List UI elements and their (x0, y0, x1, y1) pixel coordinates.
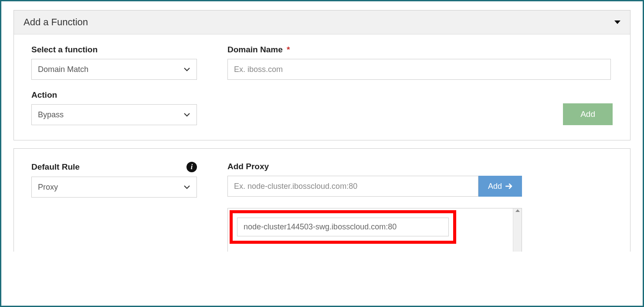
panel-header[interactable]: Add a Function (14, 10, 630, 34)
proxy-list-container: node-cluster144503-swg.ibosscloud.com:80 (31, 208, 613, 252)
collapse-caret-icon (614, 20, 620, 24)
add-function-button[interactable]: Add (563, 103, 613, 125)
default-rule-select-wrap: Proxy (31, 177, 197, 198)
add-proxy-group: Add Proxy Add (227, 162, 522, 198)
proxy-input-row: Add (227, 176, 522, 197)
domain-name-group: Domain Name * (227, 45, 613, 80)
add-proxy-button[interactable]: Add (478, 176, 522, 197)
form-row-1: Select a function Domain Match Domain Na… (31, 45, 613, 80)
proxy-entry-highlight: node-cluster144503-swg.ibosscloud.com:80 (230, 210, 456, 244)
proxy-input[interactable] (227, 176, 478, 197)
select-function-input[interactable]: Domain Match (31, 59, 197, 80)
scrollbar[interactable] (513, 208, 522, 252)
proxy-list-item[interactable]: node-cluster144503-swg.ibosscloud.com:80 (237, 218, 449, 236)
domain-name-label: Domain Name * (227, 45, 613, 55)
scrollbar-up-icon (515, 209, 520, 212)
add-button-container: Add (227, 103, 613, 125)
action-select-wrap: Bypass (31, 104, 197, 125)
action-label: Action (31, 90, 197, 100)
add-function-panel: Add a Function Select a function Domain … (14, 10, 630, 140)
proxy-panel: Default Rule i Proxy Add Proxy (14, 148, 630, 252)
add-proxy-button-label: Add (488, 182, 502, 191)
default-rule-label: Default Rule (31, 162, 80, 172)
default-rule-select[interactable]: Proxy (31, 177, 197, 198)
proxy-panel-row: Default Rule i Proxy Add Proxy (31, 162, 613, 198)
default-rule-group: Default Rule i Proxy (31, 162, 197, 198)
panel-title: Add a Function (24, 17, 88, 28)
panel-body: Select a function Domain Match Domain Na… (14, 34, 630, 140)
select-function-wrap: Domain Match (31, 59, 197, 80)
info-icon[interactable]: i (186, 162, 197, 172)
select-function-group: Select a function Domain Match (31, 45, 197, 80)
domain-name-input[interactable] (227, 59, 611, 80)
domain-name-label-text: Domain Name (227, 45, 283, 54)
form-row-2: Action Bypass Add (31, 90, 613, 125)
proxy-list-box: node-cluster144503-swg.ibosscloud.com:80 (227, 208, 522, 252)
default-rule-header: Default Rule i (31, 162, 197, 172)
action-select-input[interactable]: Bypass (31, 104, 197, 125)
config-frame: Add a Function Select a function Domain … (0, 0, 644, 307)
arrow-right-icon (505, 183, 512, 189)
required-indicator-icon: * (287, 45, 290, 54)
add-proxy-label: Add Proxy (227, 162, 522, 171)
action-group: Action Bypass (31, 90, 197, 125)
proxy-list-spacer (31, 208, 197, 252)
select-function-label: Select a function (31, 45, 197, 55)
